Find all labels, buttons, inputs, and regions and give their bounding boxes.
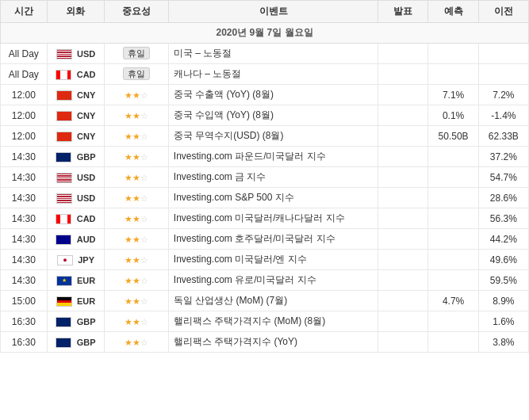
currency-cell: USD <box>47 44 105 64</box>
time-cell: 14:30 <box>1 208 48 229</box>
release-cell <box>378 332 428 353</box>
release-cell <box>378 250 428 270</box>
event-cell: 중국 수입액 (YoY) (8월) <box>168 105 378 126</box>
prev-cell <box>478 44 528 64</box>
star-filled: ★ <box>132 111 140 120</box>
event-cell: Investing.com 호주달러/미국달러 지수 <box>168 229 378 250</box>
table-row[interactable]: 14:30 AUD ★★☆ Investing.com 호주달러/미국달러 지수… <box>1 229 529 250</box>
star-filled: ★ <box>132 338 140 347</box>
header-prev: 이전 <box>478 1 528 23</box>
header-release: 발표 <box>378 1 428 23</box>
event-cell: Investing.com 미국달러/캐나다달러 지수 <box>168 208 378 229</box>
time-cell: 12:00 <box>1 85 48 105</box>
release-cell <box>378 44 428 64</box>
time-cell: 15:00 <box>1 291 48 311</box>
prev-cell: 7.2% <box>478 85 528 105</box>
event-cell: 미국 – 노동절 <box>168 44 378 64</box>
star-empty: ☆ <box>140 90 148 100</box>
star-filled: ★ <box>125 255 132 265</box>
table-row[interactable]: 12:00 CNY ★★☆ 중국 수입액 (YoY) (8월) 0.1% -1.… <box>1 105 529 126</box>
time-cell: 16:30 <box>1 332 48 353</box>
star-filled: ★ <box>125 173 132 182</box>
event-cell: 중국 수출액 (YoY) (8월) <box>168 85 378 105</box>
currency-code: CNY <box>77 132 95 141</box>
table-row[interactable]: 12:00 CNY ★★☆ 중국 무역수지(USD) (8월) 50.50B 6… <box>1 126 529 147</box>
date-row: 2020년 9월 7일 월요일 <box>1 23 529 44</box>
currency-cell: USD <box>47 188 105 208</box>
table-row[interactable]: 14:30 USD ★★☆ Investing.com 금 지수 54.7% <box>1 167 529 188</box>
currency-code: CAD <box>77 70 96 79</box>
time-cell: All Day <box>1 44 48 64</box>
forecast-cell <box>428 229 478 250</box>
header-time: 시간 <box>1 1 48 23</box>
event-cell: Investing.com S&P 500 지수 <box>168 188 378 208</box>
table-row[interactable]: 16:30 GBP ★★☆ 핼리팩스 주택가격지수 (YoY) 3.8% <box>1 332 529 353</box>
currency-cell: CNY <box>47 105 105 126</box>
star-filled: ★ <box>125 111 132 120</box>
star-empty: ☆ <box>140 235 148 244</box>
holiday-badge: 휴일 <box>123 47 150 59</box>
table-row[interactable]: 14:30 USD ★★☆ Investing.com S&P 500 지수 2… <box>1 188 529 208</box>
table-row[interactable]: 12:00 CNY ★★☆ 중국 수출액 (YoY) (8월) 7.1% 7.2… <box>1 85 529 105</box>
table-row[interactable]: 14:30 EUR ★★☆ Investing.com 유로/미국달러 지수 5… <box>1 270 529 291</box>
star-empty: ☆ <box>140 255 148 265</box>
prev-cell: 3.8% <box>478 332 528 353</box>
prev-cell: 44.2% <box>478 229 528 250</box>
currency-code: CNY <box>77 111 95 120</box>
release-cell <box>378 188 428 208</box>
currency-cell: GBP <box>47 311 105 332</box>
time-cell: 14:30 <box>1 167 48 188</box>
forecast-cell: 0.1% <box>428 105 478 126</box>
release-cell <box>378 126 428 147</box>
currency-cell: AUD <box>47 229 105 250</box>
star-filled: ★ <box>132 152 140 162</box>
table-row[interactable]: 14:30 CAD ★★☆ Investing.com 미국달러/캐나다달러 지… <box>1 208 529 229</box>
star-filled: ★ <box>125 214 132 223</box>
table-row[interactable]: 14:30 GBP ★★☆ Investing.com 파운드/미국달러 지수 … <box>1 147 529 167</box>
prev-cell: 54.7% <box>478 167 528 188</box>
star-empty: ☆ <box>140 276 148 285</box>
currency-cell: GBP <box>47 147 105 167</box>
currency-cell: CAD <box>47 64 105 85</box>
table-row[interactable]: 16:30 GBP ★★☆ 핼리팩스 주택가격지수 (MoM) (8월) 1.6… <box>1 311 529 332</box>
star-filled: ★ <box>125 276 132 285</box>
prev-cell: 1.6% <box>478 311 528 332</box>
time-cell: 12:00 <box>1 105 48 126</box>
currency-code: GBP <box>77 317 96 326</box>
forecast-cell <box>428 188 478 208</box>
star-filled: ★ <box>132 235 140 244</box>
importance-cell: ★★☆ <box>105 188 168 208</box>
forecast-cell: 7.1% <box>428 85 478 105</box>
time-cell: All Day <box>1 64 48 85</box>
holiday-badge: 휴일 <box>123 67 150 80</box>
date-label: 2020년 9월 7일 월요일 <box>1 23 529 44</box>
table-row[interactable]: All Day USD 휴일 미국 – 노동절 <box>1 44 529 64</box>
event-cell: 캐나다 – 노동절 <box>168 64 378 85</box>
event-cell: Investing.com 파운드/미국달러 지수 <box>168 147 378 167</box>
event-cell: Investing.com 유로/미국달러 지수 <box>168 270 378 291</box>
event-cell: 독일 산업생산 (MoM) (7월) <box>168 291 378 311</box>
forecast-cell <box>428 208 478 229</box>
star-empty: ☆ <box>140 214 148 223</box>
currency-code: AUD <box>77 235 96 244</box>
star-filled: ★ <box>125 338 132 347</box>
forecast-cell <box>428 332 478 353</box>
forecast-cell <box>428 270 478 291</box>
currency-cell: JPY <box>47 250 105 270</box>
star-filled: ★ <box>132 317 140 326</box>
forecast-cell <box>428 250 478 270</box>
table-row[interactable]: 15:00 EUR ★★☆ 독일 산업생산 (MoM) (7월) 4.7% 8.… <box>1 291 529 311</box>
star-filled: ★ <box>125 235 132 244</box>
time-cell: 14:30 <box>1 250 48 270</box>
time-cell: 16:30 <box>1 311 48 332</box>
table-row[interactable]: 14:30 JPY ★★☆ Investing.com 미국달러/엔 지수 49… <box>1 250 529 270</box>
importance-cell: ★★☆ <box>105 147 168 167</box>
star-empty: ☆ <box>140 173 148 182</box>
star-filled: ★ <box>125 152 132 162</box>
currency-code: USD <box>77 193 95 203</box>
release-cell <box>378 147 428 167</box>
time-cell: 14:30 <box>1 229 48 250</box>
forecast-cell <box>428 147 478 167</box>
table-row[interactable]: All Day CAD 휴일 캐나다 – 노동절 <box>1 64 529 85</box>
star-filled: ★ <box>132 193 140 203</box>
